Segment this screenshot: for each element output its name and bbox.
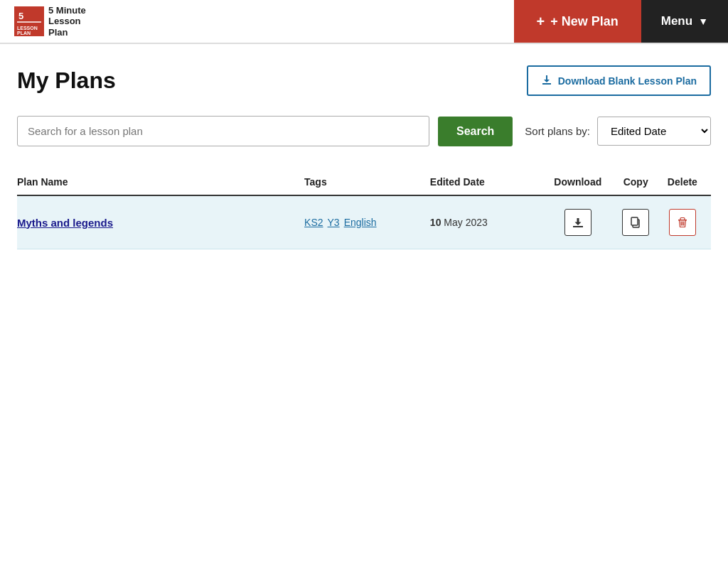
delete-plan-icon (676, 216, 689, 229)
menu-label: Menu (661, 14, 692, 28)
svg-text:LESSON: LESSON (17, 26, 38, 31)
download-plan-button[interactable] (564, 209, 592, 236)
col-header-download: Download (547, 169, 618, 195)
tag-link[interactable]: English (344, 217, 377, 228)
download-cell (547, 195, 618, 249)
table-header-row: Plan Name Tags Edited Date Download Copy… (17, 169, 711, 195)
plans-table: Plan Name Tags Edited Date Download Copy… (17, 169, 711, 249)
menu-button[interactable]: Menu ▼ (641, 0, 728, 43)
copy-cell (618, 195, 663, 249)
download-plan-icon (572, 216, 584, 229)
search-button-label: Search (456, 125, 494, 137)
table-row: Myths and legendsKS2Y3English10 May 2023 (17, 195, 711, 249)
col-header-copy: Copy (618, 169, 663, 195)
download-blank-button[interactable]: Download Blank Lesson Plan (527, 65, 711, 96)
download-icon (541, 74, 552, 87)
col-header-plan-name: Plan Name (17, 169, 304, 195)
header: 5 LESSON PLAN 5 Minute Lesson Plan + + N… (0, 0, 728, 44)
new-plan-label: + New Plan (550, 14, 619, 29)
tag-link[interactable]: Y3 (328, 217, 340, 228)
logo-area: 5 LESSON PLAN 5 Minute Lesson Plan (0, 0, 514, 43)
new-plan-button[interactable]: + + New Plan (514, 0, 641, 43)
chevron-down-icon: ▼ (698, 16, 708, 27)
logo-icon: 5 LESSON PLAN (14, 6, 44, 36)
sort-select[interactable]: Edited Date Plan Name Created Date (597, 117, 711, 146)
page-title: My Plans (17, 68, 116, 94)
download-blank-label: Download Blank Lesson Plan (558, 75, 697, 87)
copy-plan-button[interactable] (622, 209, 649, 236)
copy-plan-icon (629, 216, 642, 229)
sort-label: Sort plans by: (525, 125, 590, 137)
edited-date-cell: 10 May 2023 (430, 195, 547, 249)
plan-name-link[interactable]: Myths and legends (17, 217, 113, 229)
tag-link[interactable]: KS2 (304, 217, 323, 228)
col-header-tags: Tags (304, 169, 430, 195)
delete-plan-button[interactable] (669, 209, 696, 236)
svg-rect-8 (631, 217, 638, 225)
col-header-delete: Delete (663, 169, 711, 195)
svg-text:5: 5 (18, 11, 23, 21)
delete-cell (663, 195, 711, 249)
sort-row: Sort plans by: Edited Date Plan Name Cre… (525, 117, 711, 146)
tags-cell: KS2Y3English (304, 195, 430, 249)
logo: 5 LESSON PLAN 5 Minute Lesson Plan (14, 5, 86, 38)
search-input[interactable] (17, 116, 429, 146)
main-content: My Plans Download Blank Lesson Plan Sear… (0, 44, 728, 271)
svg-text:PLAN: PLAN (17, 31, 31, 36)
search-button[interactable]: Search (438, 117, 513, 146)
new-plan-icon: + (537, 14, 545, 30)
search-row: Search Sort plans by: Edited Date Plan N… (17, 116, 711, 146)
page-title-row: My Plans Download Blank Lesson Plan (17, 65, 711, 96)
col-header-edited-date: Edited Date (430, 169, 547, 195)
logo-text: 5 Minute Lesson Plan (48, 5, 86, 38)
svg-rect-5 (542, 83, 551, 85)
svg-rect-6 (573, 226, 583, 227)
